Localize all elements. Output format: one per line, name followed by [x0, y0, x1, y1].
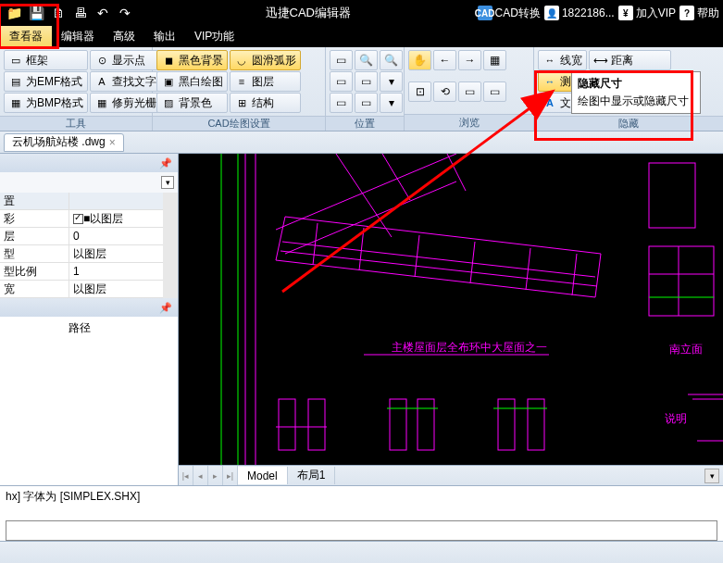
text-icon: A [542, 95, 557, 110]
nav-btn7[interactable]: ▭ [458, 81, 481, 102]
checkbox[interactable] [73, 214, 83, 224]
undo-icon[interactable]: ↶ [93, 3, 113, 23]
tab-nav-prev[interactable]: ◂ [193, 466, 208, 485]
bgcolor-icon: ▨ [161, 95, 176, 110]
drawing-canvas[interactable]: 主楼屋面层全布环中大屋面之一 南立面 [179, 154, 723, 465]
ribbon-group-measure: ↔线宽 ↔测量 A文 ⟷距离 ⟷多段线长度 隐藏 隐藏尺寸 绘图中显示或隐藏尺寸 [534, 47, 723, 131]
pos-btn3[interactable]: 🔍 [380, 50, 403, 70]
nav-btn5[interactable]: ⊡ [408, 81, 431, 102]
path-header: 📌 [0, 298, 178, 317]
prop-row[interactable]: 型 以图层 [0, 245, 163, 263]
structure-button[interactable]: ⊞结构 [230, 93, 301, 113]
linewidth-button[interactable]: ↔线宽 [538, 50, 587, 70]
pos-btn9[interactable]: ▾ [380, 93, 403, 113]
svg-text:主楼屋面层全布环中大屋面之一: 主楼屋面层全布环中大屋面之一 [392, 341, 547, 354]
layout-tab-bar: |◂ ◂ ▸ ▸| Model 布局1 ▾ [179, 465, 723, 485]
properties-panel: 📌 ▾ 置 彩 ■以图层 层 0 型 以图层 [0, 154, 179, 485]
nav-right[interactable]: → [458, 50, 481, 70]
cad-drawing: 主楼屋面层全布环中大屋面之一 南立面 [179, 154, 723, 465]
saveas-icon[interactable]: 🗎 [48, 3, 69, 23]
tab-layout1[interactable]: 布局1 [288, 467, 336, 484]
save-icon[interactable]: 💾 [26, 3, 46, 23]
user-button[interactable]: 👤1822186... [544, 6, 615, 20]
file-tab-bar: 云机场航站楼 .dwg × [0, 131, 723, 154]
user-icon: 👤 [544, 6, 559, 20]
canvas-area: 主楼屋面层全布环中大屋面之一 南立面 [179, 154, 723, 485]
emf-button[interactable]: ▤为EMF格式 [4, 71, 88, 92]
redo-icon[interactable]: ↷ [115, 3, 135, 23]
point-icon: ⊙ [94, 53, 109, 68]
bgcolor-button[interactable]: ▨背景色 [156, 93, 228, 113]
title-bar: 📁 💾 🗎 🖶 ↶ ↷ 迅捷CAD编辑器 CADCAD转换 👤1822186..… [0, 0, 723, 26]
nav-btn8[interactable]: ▭ [483, 81, 506, 102]
file-tab-name: 云机场航站楼 .dwg [12, 134, 106, 150]
group-label-tools: 工具 [0, 116, 152, 131]
menu-vip[interactable]: VIP功能 [185, 26, 243, 47]
status-bar [0, 541, 723, 563]
help-icon: ? [679, 6, 694, 20]
ribbon: ▭框架 ▤为EMF格式 ▦为BMP格式 ⊙显示点 A查找文字 ▦修剪光栅 工具 … [0, 47, 723, 131]
svg-rect-21 [279, 399, 295, 450]
pan-button[interactable]: ✋ [408, 50, 431, 70]
svg-rect-14 [649, 246, 714, 316]
svg-rect-24 [418, 399, 434, 450]
titlebar-right: CADCAD转换 👤1822186... ¥加入VIP ?帮助 [478, 6, 723, 21]
properties-grid: 置 彩 ■以图层 层 0 型 以图层 型比例 1 [0, 193, 163, 298]
bwdraw-button[interactable]: ▣黑白绘图 [156, 71, 228, 92]
scroll-down-icon[interactable]: ▾ [704, 469, 719, 483]
pin-icon[interactable]: 📌 [159, 157, 172, 169]
cad-convert-button[interactable]: CADCAD转换 [478, 6, 541, 21]
pos-btn4[interactable]: ▭ [330, 71, 353, 92]
prop-row[interactable]: 彩 ■以图层 [0, 210, 163, 228]
nav-btn4[interactable]: ▦ [483, 50, 506, 70]
menu-viewer[interactable]: 查看器 [0, 26, 52, 47]
svg-rect-13 [649, 163, 695, 228]
blackbg-button[interactable]: ◼黑色背景 [156, 50, 228, 70]
frame-button[interactable]: ▭框架 [4, 50, 88, 70]
prop-row[interactable]: 宽 以图层 [0, 281, 163, 298]
dropdown-icon[interactable]: ▾ [161, 176, 174, 189]
trimraster-button[interactable]: ▦修剪光栅 [90, 93, 161, 113]
tab-nav-first[interactable]: |◂ [179, 466, 193, 485]
tab-nav-next[interactable]: ▸ [208, 466, 223, 485]
smootharc-button[interactable]: ◡圆滑弧形 [230, 50, 301, 70]
nav-left[interactable]: ← [433, 50, 456, 70]
svg-text:说明: 说明 [665, 412, 687, 425]
yen-icon: ¥ [618, 6, 633, 20]
close-icon[interactable]: × [109, 136, 116, 149]
pos-btn7[interactable]: ▭ [330, 93, 353, 113]
pos-btn5[interactable]: ▭ [355, 71, 378, 92]
tab-nav-last[interactable]: ▸| [223, 466, 238, 485]
tab-model[interactable]: Model [238, 467, 288, 484]
menu-advanced[interactable]: 高级 [104, 26, 144, 47]
pos-btn8[interactable]: ▭ [355, 93, 378, 113]
findtext-button[interactable]: A查找文字 [90, 71, 161, 92]
help-button[interactable]: ?帮助 [679, 6, 719, 21]
pin-icon[interactable]: 📌 [159, 302, 172, 314]
scrollbar[interactable] [163, 193, 178, 298]
nav-btn6[interactable]: ⟲ [433, 81, 456, 102]
menu-editor[interactable]: 编辑器 [52, 26, 104, 47]
menu-output[interactable]: 输出 [144, 26, 185, 47]
open-icon[interactable]: 📁 [4, 3, 24, 23]
pos-btn1[interactable]: ▭ [330, 50, 353, 70]
bmp-button[interactable]: ▦为BMP格式 [4, 93, 88, 113]
file-tab[interactable]: 云机场航站楼 .dwg × [4, 133, 124, 152]
command-input[interactable] [6, 520, 717, 541]
structure-icon: ⊞ [234, 95, 249, 110]
pos-btn6[interactable]: ▾ [380, 71, 403, 92]
prop-row[interactable]: 型比例 1 [0, 263, 163, 281]
pos-btn2[interactable]: 🔍 [355, 50, 378, 70]
distance-button[interactable]: ⟷距离 [589, 50, 671, 70]
print-icon[interactable]: 🖶 [70, 3, 91, 23]
group-label-position: 位置 [326, 116, 404, 131]
bmp-icon: ▦ [8, 95, 23, 110]
svg-line-5 [382, 154, 410, 200]
workspace: 📌 ▾ 置 彩 ■以图层 层 0 型 以图层 [0, 154, 723, 485]
ribbon-group-browse: ✋ ← → ▦ ⊡ ⟲ ▭ ▭ 浏览 [405, 47, 534, 131]
prop-row[interactable]: 层 0 [0, 228, 163, 245]
showpoint-button[interactable]: ⊙显示点 [90, 50, 161, 70]
vip-button[interactable]: ¥加入VIP [618, 6, 676, 21]
frame-icon: ▭ [8, 53, 23, 68]
layers-button[interactable]: ≡图层 [230, 71, 301, 92]
